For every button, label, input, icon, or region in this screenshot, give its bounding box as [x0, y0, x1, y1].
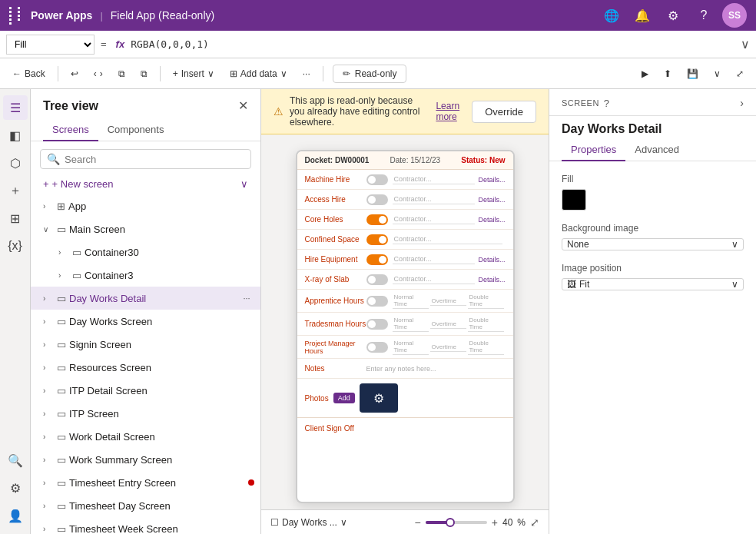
search-input[interactable] [65, 154, 244, 165]
add-photo-button[interactable]: Add [333, 393, 355, 403]
zoom-slider[interactable] [426, 521, 487, 524]
formula-input[interactable] [131, 38, 734, 50]
confined-space-toggle[interactable] [366, 234, 388, 245]
save-button[interactable]: 💾 [681, 65, 705, 82]
screen-dropdown-icon[interactable]: ∨ [340, 517, 347, 528]
bg-image-chevron-icon: ∨ [731, 239, 738, 250]
zoom-value: 40 [502, 517, 512, 528]
chevron-right-icon: › [58, 271, 69, 280]
chevron-right-icon: › [43, 410, 54, 418]
settings-strip-button[interactable]: ⚙ [3, 476, 28, 500]
topbar: Power Apps | Field App (Read-only) 🌐 🔔 ⚙… [0, 0, 756, 31]
tree-view-button[interactable]: ☰ [3, 95, 28, 120]
back-button[interactable]: ← Back [6, 65, 51, 82]
phone-body: Machine Hire Contractor... Details... Ac… [297, 170, 513, 439]
tree-item-main-screen[interactable]: ∨ ▭ Main Screen [31, 217, 260, 240]
bell-icon[interactable]: 🔔 [630, 3, 655, 28]
paste-button[interactable]: ⧉ [134, 65, 154, 82]
data-strip-button[interactable]: ⊞ [3, 206, 28, 231]
tab-advanced[interactable]: Advanced [625, 139, 688, 161]
redo-button[interactable]: ‹ › [88, 65, 109, 82]
fx-icon: fx [113, 38, 128, 50]
expand-icon[interactable]: ⤢ [530, 516, 539, 529]
fill-color-swatch[interactable] [562, 189, 586, 211]
property-select[interactable]: Fill [6, 35, 94, 55]
secondary-toolbar: ← Back ↩ ‹ › ⧉ ⧉ + Insert ∨ ⊞ Add data ∨… [0, 58, 756, 89]
tree-item-timesheet-week-screen[interactable]: › ▭ Timesheet Week Screen [31, 517, 260, 534]
xray-slab-toggle[interactable] [366, 274, 388, 285]
paste-icon: ⧉ [141, 68, 148, 79]
topbar-separator: | [100, 10, 102, 22]
tree-item-day-works-screen[interactable]: › ▭ Day Works Screen [31, 310, 260, 333]
publish-button[interactable]: ⬆ [658, 65, 678, 82]
toolbar-expand-button[interactable]: ⤢ [730, 65, 750, 82]
screen-icon: ▭ [57, 316, 66, 327]
pm-hours-toggle[interactable] [366, 342, 388, 353]
sidebar-close-icon[interactable]: ✕ [238, 98, 248, 113]
avatar[interactable]: SS [722, 3, 747, 28]
tree-item-itp-detail-screen[interactable]: › ▭ ITP Detail Screen [31, 379, 260, 402]
core-holes-toggle[interactable] [366, 214, 388, 225]
apprentice-hours-toggle[interactable] [366, 296, 388, 307]
rp-expand-icon[interactable]: › [740, 97, 744, 109]
tradesman-hours-toggle[interactable] [366, 319, 388, 330]
machine-hire-toggle[interactable] [366, 174, 388, 185]
tree-item-resources-screen[interactable]: › ▭ Resources Screen [31, 356, 260, 379]
container-icon: ▭ [72, 247, 81, 258]
bg-image-select[interactable]: None ∨ [562, 238, 744, 250]
tree-item-signin-screen[interactable]: › ▭ Signin Screen [31, 333, 260, 356]
tree-item-container3[interactable]: › ▭ Container3 [31, 264, 260, 287]
tree-item-timesheet-entry-screen[interactable]: › ▭ Timesheet Entry Screen [31, 471, 260, 494]
components-button[interactable]: ⬡ [3, 151, 28, 175]
tree-item-work-detail-screen[interactable]: › ▭ Work Detail Screen [31, 425, 260, 448]
tree-item-more-icon[interactable]: ··· [239, 290, 254, 306]
account-strip-button[interactable]: 👤 [3, 503, 28, 528]
more-button[interactable]: ··· [297, 65, 317, 82]
override-button[interactable]: Override [472, 101, 536, 123]
zoom-out-button[interactable]: − [415, 516, 421, 529]
learn-more-link[interactable]: Learn more [436, 101, 459, 122]
tab-properties[interactable]: Properties [562, 139, 625, 161]
access-hire-toggle[interactable] [366, 194, 388, 205]
insert-strip-button[interactable]: ＋ [3, 178, 28, 203]
apps-icon[interactable] [9, 7, 25, 25]
access-hire-row: Access Hire Contractor... Details... [297, 190, 513, 210]
help-circle-icon[interactable]: ? [604, 98, 609, 109]
warning-icon: ⚠ [274, 105, 284, 118]
help-icon[interactable]: ? [691, 3, 716, 28]
new-screen-button[interactable]: + + New screen ∨ [31, 174, 260, 194]
image-position-select[interactable]: 🖼 Fit ∨ [562, 278, 744, 290]
preview-button[interactable]: ▶ [635, 65, 655, 82]
notes-row: Notes Enter any notes here... [297, 359, 513, 379]
undo-button[interactable]: ↩ [65, 65, 85, 82]
tab-screens[interactable]: Screens [43, 119, 98, 141]
formula-expand-icon[interactable]: ∨ [741, 37, 750, 51]
tree-item-work-summary-screen[interactable]: › ▭ Work Summary Screen [31, 448, 260, 471]
add-data-button[interactable]: ⊞ Add data ∨ [224, 65, 293, 82]
chevron-right-icon: › [58, 248, 69, 257]
redo-chevron-left: ‹ [94, 68, 97, 79]
tree-item-itp-screen[interactable]: › ▭ ITP Screen [31, 402, 260, 425]
copy-button[interactable]: ⧉ [112, 65, 131, 82]
insert-chevron-icon: ∨ [207, 68, 214, 79]
tab-components[interactable]: Components [98, 119, 174, 141]
chevron-right-icon: › [43, 479, 54, 487]
app-icon: ⊞ [57, 201, 65, 212]
zoom-in-button[interactable]: + [492, 516, 498, 529]
globe-icon[interactable]: 🌐 [599, 3, 624, 28]
gear-icon[interactable]: ⚙ [661, 3, 685, 28]
tree-item-container30[interactable]: › ▭ Container30 [31, 240, 260, 264]
client-signoff-label: Client Sign Off [297, 417, 513, 439]
layers-button[interactable]: ◧ [3, 123, 28, 148]
notification-badge [248, 479, 254, 486]
sidebar: Tree view ✕ Screens Components 🔍 + + New… [31, 89, 261, 534]
tree-item-day-works-detail[interactable]: › ▭ Day Works Detail ··· [31, 287, 260, 310]
toolbar-more-button[interactable]: ∨ [708, 65, 727, 82]
tree-item-timesheet-day-screen[interactable]: › ▭ Timesheet Day Screen [31, 494, 260, 517]
search-strip-button[interactable]: 🔍 [3, 448, 28, 473]
variable-strip-button[interactable]: {x} [3, 234, 28, 258]
hire-equipment-toggle[interactable] [366, 254, 388, 265]
tree-item-app[interactable]: › ⊞ App [31, 194, 260, 217]
insert-button[interactable]: + Insert ∨ [167, 65, 220, 82]
bg-image-label: Background image [562, 223, 744, 234]
